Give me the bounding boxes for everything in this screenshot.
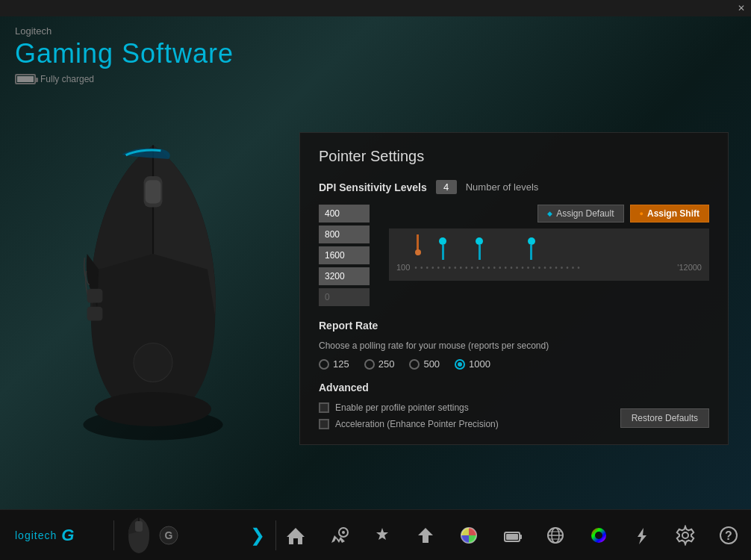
radio-250[interactable]: 250: [364, 358, 395, 370]
battery-taskbar-button[interactable]: [497, 520, 527, 550]
taskbar: logitech G G ❯: [0, 509, 751, 560]
help-icon-button[interactable]: ?: [714, 520, 744, 550]
radio-1000[interactable]: 1000: [455, 358, 490, 370]
advanced-section: Advanced Enable per profile pointer sett…: [319, 382, 709, 429]
svg-point-6: [95, 392, 211, 426]
settings-icon-button[interactable]: [670, 520, 700, 550]
dpi-input-1[interactable]: [319, 205, 370, 223]
svg-point-14: [342, 531, 345, 534]
dpi-input-2[interactable]: [319, 225, 370, 243]
lightning-icon: [632, 525, 652, 546]
radio-group: 125 250 500 1000: [319, 358, 709, 370]
spectrum-icon-button[interactable]: [584, 520, 614, 550]
dpi-count-badge: 4: [436, 180, 457, 194]
radio-label-125: 125: [333, 358, 349, 370]
svg-rect-9: [135, 521, 143, 532]
brand-label: Logitech: [15, 25, 736, 37]
radio-circle-500[interactable]: [409, 359, 420, 370]
svg-point-26: [682, 532, 688, 538]
title-bar: ✕: [0, 0, 751, 16]
mouse-illustration: [30, 99, 276, 487]
profile-icon-button[interactable]: [411, 520, 440, 550]
panel-title: Pointer Settings: [319, 148, 709, 165]
assign-default-button[interactable]: Assign Default: [537, 205, 623, 223]
radio-500[interactable]: 500: [409, 358, 440, 370]
app-title: Gaming Software: [15, 38, 736, 69]
svg-rect-3: [146, 180, 161, 203]
dpi-header: DPI Sensitivity Levels 4 Number of level…: [319, 180, 709, 194]
taskbar-icon-group: ?: [281, 520, 744, 550]
close-button[interactable]: ✕: [738, 3, 745, 13]
spectrum-icon: [588, 525, 609, 546]
settings-panel: Pointer Settings DPI Sensitivity Levels …: [299, 132, 729, 445]
checkbox-per-profile[interactable]: [319, 402, 329, 413]
battery-icon: [15, 74, 36, 84]
report-rate-section: Report Rate Choose a polling rate for yo…: [319, 320, 709, 370]
battery-row: Fully charged: [15, 74, 736, 84]
divider-2: [275, 520, 276, 550]
radio-circle-1000[interactable]: [455, 359, 465, 370]
radio-label-1000: 1000: [469, 358, 490, 370]
dpi-level-1: [319, 205, 378, 223]
dpi-level-2: [319, 225, 378, 243]
advanced-label: Advanced: [319, 382, 709, 393]
logitech-brand-text: logitech: [15, 529, 57, 541]
svg-text:?: ?: [725, 529, 732, 542]
dpi-slider[interactable]: 100 •••••••••••••••••••••••••••••• '1200…: [389, 228, 709, 281]
svg-rect-4: [87, 289, 103, 303]
radio-circle-250[interactable]: [364, 359, 375, 370]
restore-defaults-button[interactable]: Restore Defaults: [620, 408, 709, 428]
radio-125[interactable]: 125: [319, 358, 349, 370]
report-rate-label: Report Rate: [319, 320, 709, 332]
battery-taskbar-icon: [502, 525, 523, 546]
pointer-icon-button[interactable]: [324, 520, 354, 550]
checkbox-acceleration-label: Acceleration (Enhance Pointer Precision): [335, 419, 499, 429]
taskbar-device: G: [118, 515, 244, 556]
svg-point-7: [134, 343, 172, 382]
customize-icon-button[interactable]: [367, 520, 397, 550]
dpi-input-4[interactable]: [319, 267, 370, 285]
assign-buttons: Assign Default Assign Shift: [389, 205, 709, 223]
dpi-levels-column: [319, 205, 378, 306]
checkbox-per-profile-label: Enable per profile pointer settings: [335, 402, 469, 413]
dpi-right-column: Assign Default Assign Shift: [389, 205, 709, 281]
customize-icon: [372, 525, 393, 546]
dpi-content: Assign Default Assign Shift: [319, 205, 709, 306]
settings-icon: [675, 525, 696, 546]
dpi-level-3: [319, 246, 378, 264]
dpi-input-3[interactable]: [319, 246, 370, 264]
dpi-level-4: [319, 267, 378, 285]
taskbar-logo: logitech G: [7, 526, 109, 545]
header: Logitech Gaming Software Fully charged: [0, 16, 751, 90]
profile-icon: [415, 525, 436, 546]
assign-shift-button[interactable]: Assign Shift: [630, 205, 709, 223]
home-icon: [285, 525, 306, 546]
dpi-input-5[interactable]: [319, 288, 370, 306]
battery-status: Fully charged: [40, 74, 94, 84]
help-icon: ?: [718, 525, 739, 546]
globe-icon: [545, 525, 566, 546]
svg-point-25: [595, 532, 602, 539]
radio-label-250: 250: [378, 358, 395, 370]
divider-1: [113, 520, 114, 550]
logitech-g-icon: G: [61, 526, 74, 545]
svg-rect-17: [520, 535, 522, 539]
dpi-section-label: DPI Sensitivity Levels: [319, 181, 427, 193]
checkbox-acceleration[interactable]: [319, 419, 329, 429]
radio-circle-125[interactable]: [319, 359, 329, 370]
logitech-device-logo: G: [158, 525, 179, 546]
lighting-icon-button[interactable]: [454, 520, 484, 550]
globe-icon-button[interactable]: [540, 520, 570, 550]
dpi-min-label: 100: [396, 263, 410, 272]
pointer-icon: [328, 525, 349, 546]
battery-fill: [17, 76, 34, 82]
lightning-icon-button[interactable]: [627, 520, 657, 550]
main-area: Logitech Gaming Software Fully charged: [0, 16, 751, 526]
svg-text:G: G: [165, 529, 173, 541]
radio-label-500: 500: [423, 358, 440, 370]
device-mouse-icon[interactable]: [125, 515, 152, 556]
home-icon-button[interactable]: [281, 520, 311, 550]
taskbar-arrow[interactable]: ❯: [244, 525, 271, 546]
dpi-max-label: '12000: [677, 263, 702, 272]
dpi-count-label: Number of levels: [466, 181, 539, 193]
